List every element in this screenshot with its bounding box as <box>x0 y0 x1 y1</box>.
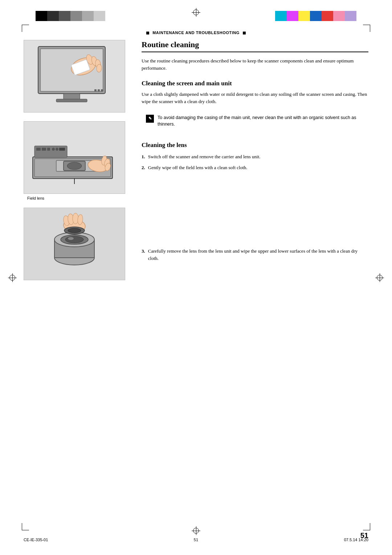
svg-point-35 <box>65 236 83 243</box>
step-3-container: 3. Carefully remove the lens from the le… <box>142 248 368 262</box>
step-3: 3. Carefully remove the lens from the le… <box>142 248 368 262</box>
right-column: Routine cleaning Use the routine cleanin… <box>142 40 368 280</box>
svg-rect-18 <box>42 148 46 151</box>
svg-rect-3 <box>64 94 80 99</box>
color-block-magenta <box>287 11 298 21</box>
step-1-num: 1. <box>142 153 145 160</box>
step-1-text: Switch off the scanner and remove the ca… <box>148 153 261 160</box>
svg-rect-22 <box>59 148 65 151</box>
crosshair-right <box>375 273 384 282</box>
crosshair-bottom <box>192 526 200 535</box>
intro-text: Use the routine cleaning procedures desc… <box>142 57 368 72</box>
svg-rect-17 <box>36 148 41 151</box>
svg-rect-13 <box>101 89 103 91</box>
color-block-red <box>322 11 333 21</box>
reg-mark-bottom-left <box>22 523 29 530</box>
color-bar-right <box>275 11 356 21</box>
section-header: MAINTENANCE AND TROUBLESHOOTING <box>144 30 248 35</box>
crosshair-top <box>192 8 200 17</box>
lens-unit-illustration <box>24 121 125 194</box>
step-3-text: Carefully remove the lens from the lens … <box>148 248 368 262</box>
step-2-text: Gently wipe off the field lens with a cl… <box>148 164 248 171</box>
color-block-pink <box>333 11 345 21</box>
reg-mark-bottom-right <box>363 523 370 530</box>
svg-point-40 <box>73 213 78 224</box>
field-lens-label: Field lens <box>24 196 131 200</box>
steps-1-2: 1. Switch off the scanner and remove the… <box>142 153 368 171</box>
svg-rect-11 <box>94 89 97 91</box>
footer: CE-IE-335-01 51 07.5.14 14:20 <box>24 538 368 542</box>
color-block-blue <box>310 11 322 21</box>
monitor-illustration <box>24 40 125 113</box>
color-block-lavender <box>345 11 356 21</box>
lens-unit-svg <box>27 124 122 191</box>
step-3-num: 3. <box>142 248 145 262</box>
color-block-gray3 <box>82 11 94 21</box>
note-box: ✎ To avoid damaging the casing of the ma… <box>142 111 368 132</box>
section1-title: Cleaning the screen and main unit <box>142 80 368 87</box>
note-text: To avoid damaging the casing of the main… <box>158 114 364 128</box>
left-column: Field lens <box>24 40 131 280</box>
svg-rect-16 <box>34 146 67 158</box>
color-block-gray2 <box>70 11 82 21</box>
svg-point-43 <box>68 228 81 233</box>
svg-point-21 <box>56 148 58 151</box>
color-block-cyan <box>275 11 287 21</box>
section2-title: Cleaning the lens <box>142 142 368 149</box>
page-number: 51 <box>360 531 368 540</box>
note-icon: ✎ <box>146 115 154 123</box>
section1-body: Use a cloth slightly dampened with water… <box>142 91 368 105</box>
color-block-dark <box>47 11 59 21</box>
svg-rect-19 <box>47 148 50 151</box>
footer-page-center: 51 <box>194 538 198 542</box>
footer-code: CE-IE-335-01 <box>24 538 48 542</box>
color-block-gray1 <box>59 11 70 21</box>
svg-point-20 <box>52 148 55 151</box>
color-block-gray4 <box>94 11 105 21</box>
color-block-yellow <box>298 11 310 21</box>
lens-remove-illustration <box>24 208 125 280</box>
color-block-black <box>36 11 47 21</box>
color-bar-left <box>36 11 105 21</box>
page-title: Routine cleaning <box>142 40 368 52</box>
lens-remove-svg <box>34 211 114 278</box>
svg-point-36 <box>68 237 74 240</box>
svg-point-25 <box>67 162 82 170</box>
step-1: 1. Switch off the scanner and remove the… <box>142 153 368 160</box>
monitor-svg <box>27 43 122 110</box>
main-content: Field lens <box>24 40 368 280</box>
step-2-num: 2. <box>142 164 145 171</box>
svg-rect-4 <box>56 99 87 102</box>
step-2: 2. Gently wipe off the field lens with a… <box>142 164 368 171</box>
crosshair-left <box>8 273 17 282</box>
svg-rect-12 <box>98 89 100 91</box>
